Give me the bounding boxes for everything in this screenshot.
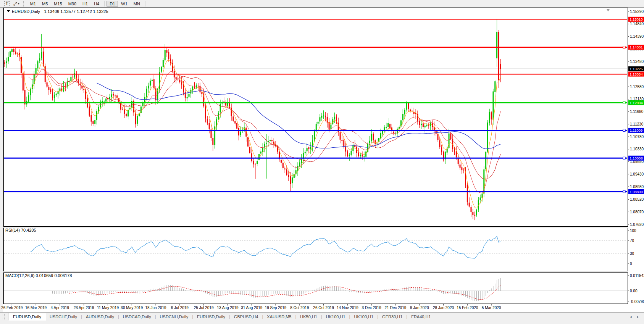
candle-body (426, 125, 428, 126)
timeframe-h4-button[interactable]: H4 (91, 1, 102, 7)
hline-handle[interactable] (623, 102, 625, 104)
candle-body (92, 121, 94, 124)
candle-body (111, 94, 112, 97)
hline-handle[interactable] (623, 157, 625, 159)
candle-body (424, 126, 426, 127)
price-badge-1.10008: 1.10008 (628, 156, 644, 161)
candle-body (11, 49, 13, 52)
price-tick-label: 1.13480 (630, 60, 644, 64)
candle-body (387, 123, 389, 127)
tab-gbpusd-h4-6[interactable]: GBPUSD,H4 (231, 313, 262, 320)
price-tick-label: 1.12580 (630, 85, 644, 89)
candle-body (232, 116, 234, 121)
price-badge-label: 1.12004 (629, 101, 642, 105)
tab-scroll-left-icon[interactable]: ◂ (630, 315, 632, 319)
timeframe-w1-button[interactable]: W1 (118, 1, 131, 7)
candle-body (262, 148, 263, 152)
macd-indicator-label: MACD(12,26,9) 0.010659 0.006178 (5, 273, 72, 278)
tab-eurusd-daily-5[interactable]: EURUSD,Daily (194, 313, 229, 320)
candle-body (196, 85, 197, 88)
tab-ger30-h1-11[interactable]: GER30,H1 (379, 313, 406, 320)
timeframe-m5-button[interactable]: M5 (39, 1, 51, 7)
candle-body (166, 50, 168, 53)
candle-body (340, 132, 341, 140)
candle-body (249, 147, 250, 153)
candle-body (96, 111, 97, 120)
tab-fra40-h1-12[interactable]: FRA40,H1 (408, 313, 434, 320)
price-badge-label: 1.10008 (629, 156, 642, 160)
panel-splitter[interactable] (3, 227, 628, 228)
arrows-tool-button[interactable]: ⤢ ▾ (12, 1, 21, 7)
price-tick-label: 1.11680 (630, 110, 644, 114)
candle-body (168, 52, 169, 59)
tab-xauusd-m5-7[interactable]: XAUUSD,M5 (263, 313, 295, 320)
candle-body (476, 210, 477, 215)
candle-body (205, 106, 206, 119)
candle-body (305, 152, 306, 153)
candle-body (36, 68, 37, 74)
price-tick-label: 1.11230 (630, 122, 644, 126)
candle-body (463, 170, 464, 171)
candle-body (70, 77, 71, 81)
candle-body (209, 123, 210, 129)
rsi-indicator-label: RSI(14) 70.4205 (5, 228, 36, 232)
hline-handle[interactable] (623, 46, 625, 48)
candle-body (137, 116, 138, 124)
candle-body (351, 151, 352, 155)
price-tick-label: 1.10780 (630, 135, 644, 139)
tab-audusd-daily-2[interactable]: AUDUSD,Daily (82, 313, 118, 320)
candle-body (487, 123, 488, 152)
text-tool-button[interactable]: T (3, 1, 11, 7)
candle-body (450, 133, 451, 139)
tab-scroll-right-icon[interactable]: ▸ (637, 315, 639, 319)
candle-body (23, 73, 24, 90)
candle-body (288, 175, 289, 177)
date-tick-label: 18 Jun 2019 (145, 306, 166, 310)
candle-body (406, 102, 407, 110)
candle-body (454, 149, 455, 152)
hline-handle[interactable] (623, 129, 625, 131)
timeframe-d1-button[interactable]: D1 (107, 1, 118, 7)
tab-uk100-h1-9[interactable]: UK100,H1 (323, 313, 349, 320)
candle-body (28, 95, 29, 102)
candle-body (449, 134, 450, 148)
candle-body (500, 64, 501, 69)
candle-body (363, 156, 365, 157)
date-tick-label: 28 Jan 2020 (433, 306, 454, 310)
date-tick-label: 23 Apr 2019 (74, 306, 94, 310)
candle-body (122, 109, 123, 110)
price-tick-label: 1.09430 (630, 172, 644, 176)
rsi-scale-label: 100 (630, 229, 636, 233)
candle-body (163, 60, 164, 67)
date-tick-label: 31 Aug 2019 (241, 306, 263, 310)
date-tick-label: 3 Dec 2019 (362, 306, 382, 310)
candle-body (39, 58, 40, 61)
candle-body (489, 112, 490, 123)
candle-body (240, 132, 241, 135)
candle-body (492, 92, 494, 120)
tab-eurusd-daily-0[interactable]: EURUSD,Daily (8, 313, 46, 321)
tab-uk100-h1-10[interactable]: UK100,H1 (350, 313, 377, 320)
candle-body (423, 123, 424, 127)
tab-usdcad-daily-3[interactable]: USDCAD,Daily (119, 313, 155, 320)
timeframe-m30-button[interactable]: M30 (65, 1, 79, 7)
chart-canvas[interactable]: EURUSD,Daily1.13406 1.13577 1.12742 1.13… (0, 0, 644, 312)
timeframe-m1-button[interactable]: M1 (27, 1, 39, 7)
candle-body (89, 106, 90, 115)
timeframe-h1-button[interactable]: H1 (79, 1, 91, 7)
candle-body (146, 89, 147, 97)
hline-handle[interactable] (623, 190, 625, 193)
date-tick-label: 30 May 2019 (121, 306, 143, 310)
candle-body (124, 110, 125, 114)
tab-usdchf-daily-1[interactable]: USDCHF,Daily (46, 313, 81, 320)
candle-body (307, 148, 308, 152)
candle-body (223, 102, 224, 102)
timeframe-mn-button[interactable]: MN (131, 1, 143, 7)
tab-usdcnh-daily-4[interactable]: USDCNH,Daily (157, 313, 192, 320)
candle-body (207, 119, 208, 123)
candle-body (369, 141, 370, 143)
tab-hk50-h1-8[interactable]: HK50,H1 (297, 313, 321, 320)
timeframe-m15-button[interactable]: M15 (51, 1, 65, 7)
tab-scroll-arrows: ◂ ▸ (630, 315, 643, 319)
candle-body (341, 140, 342, 141)
